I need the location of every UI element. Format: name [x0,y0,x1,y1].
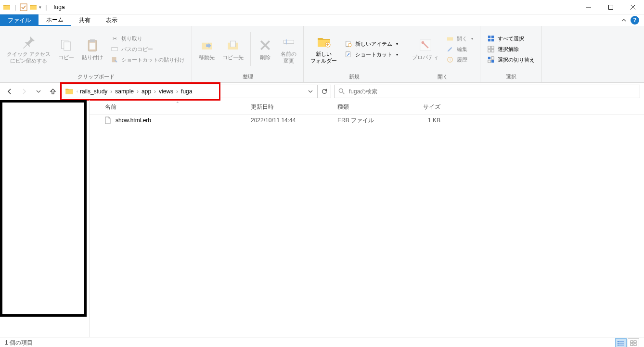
qat-dropdown-icon[interactable]: ▾ [39,5,41,10]
pin-to-quick-access-button[interactable]: クイック アクセス にピン留めする [4,32,53,66]
history-button[interactable]: 履歴 [443,55,476,64]
copy-button[interactable]: コピー [55,36,77,63]
status-bar: 1 個の項目 [0,337,644,347]
select-none-icon [487,45,495,53]
copy-icon [59,38,74,53]
new-shortcut-button[interactable]: ショートカット▾ [342,50,401,59]
chevron-down-icon: ▾ [396,52,398,57]
svg-point-38 [339,89,343,92]
new-item-button[interactable]: 新しいアイテム▾ [342,39,401,49]
chevron-right-icon[interactable]: › [154,88,156,95]
folder-icon [65,87,74,96]
tab-file[interactable]: ファイル [0,14,39,26]
ribbon-group-new: 新しい フォルダー 新しいアイテム▾ ショートカット▾ 新規 [304,26,405,82]
large-icons-view-button[interactable] [628,338,639,347]
svg-rect-27 [491,36,494,38]
navigation-pane[interactable] [0,100,90,337]
file-row[interactable]: show.html.erb 2022/10/11 14:44 ERB ファイル … [90,115,644,126]
svg-rect-26 [488,36,490,38]
paste-shortcut-icon [111,56,118,64]
file-name: show.html.erb [116,117,151,124]
back-button[interactable] [4,86,15,97]
search-box[interactable] [334,85,640,98]
tab-home[interactable]: ホーム [39,14,71,26]
minimize-button[interactable] [578,0,600,14]
open-button[interactable]: 開く▾ [443,34,476,43]
checkbox-icon[interactable] [20,3,27,11]
tab-view[interactable]: 表示 [98,14,125,26]
svg-rect-46 [631,341,633,343]
invert-selection-button[interactable]: 選択の切り替え [484,55,538,64]
folder-icon [3,3,11,11]
chevron-right-icon[interactable]: › [137,88,139,95]
item-count: 1 個の項目 [5,339,33,347]
paste-button[interactable]: 貼り付け [79,36,106,63]
breadcrumb: rails_study› sample› app› views› fuga [78,88,194,95]
breadcrumb-item[interactable]: rails_study [78,88,109,95]
address-bar[interactable]: ‹ rails_study› sample› app› views› fuga [62,85,331,98]
details-view-button[interactable] [615,338,627,347]
svg-rect-9 [90,43,95,50]
tab-share[interactable]: 共有 [71,14,98,26]
column-size[interactable]: サイズ [410,103,448,111]
refresh-button[interactable] [317,85,331,98]
properties-button[interactable]: プロパティ [409,36,441,63]
recent-locations-button[interactable] [33,86,44,97]
column-name[interactable]: 名前 [90,103,251,111]
svg-rect-10 [112,48,117,51]
chevron-right-icon[interactable]: › [176,88,178,95]
file-list: ⌃ 名前 更新日時 種類 サイズ show.html.erb 2022/10/1… [90,100,644,337]
delete-button[interactable]: 削除 [255,36,276,63]
svg-rect-28 [488,39,490,41]
new-folder-button[interactable]: 新しい フォルダー [308,32,340,66]
column-type[interactable]: 種類 [337,103,410,111]
help-icon[interactable]: ? [631,16,639,25]
folder-small-icon[interactable] [29,3,37,11]
maximize-button[interactable] [600,0,622,14]
select-none-button[interactable]: 選択解除 [484,44,538,54]
address-dropdown-button[interactable] [304,85,317,98]
copy-to-button[interactable]: コピー先 [219,36,246,63]
chevron-right-icon[interactable]: › [110,88,112,95]
paste-shortcut-button[interactable]: ショートカットの貼り付け [108,55,188,64]
ribbon: クイック アクセス にピン留めする コピー 貼り付け ✂切り取り パスのコピー … [0,26,644,83]
select-all-button[interactable]: すべて選択 [484,34,538,43]
svg-rect-48 [631,344,633,346]
file-size: 1 KB [410,117,448,124]
copy-path-button[interactable]: パスのコピー [108,44,188,54]
ribbon-group-select: すべて選択 選択解除 選択の切り替え 選択 [480,26,542,82]
chevron-down-icon: ▾ [396,42,398,46]
move-to-button[interactable]: 移動先 [196,36,218,63]
svg-rect-32 [488,50,490,52]
window-title: fuga [53,4,64,11]
title-bar: | ▾ | fuga [0,0,644,14]
search-input[interactable] [349,88,636,95]
rename-button[interactable]: 名前の 変更 [278,32,299,66]
paste-label: 貼り付け [82,54,103,61]
svg-rect-12 [231,41,236,47]
ribbon-group-open: プロパティ 開く▾ 編集 履歴 開く [405,26,480,82]
paste-icon [85,38,100,53]
move-to-icon [199,38,215,53]
select-all-icon [487,35,495,42]
cut-button[interactable]: ✂切り取り [108,34,188,43]
sort-indicator-icon: ⌃ [171,101,184,106]
ribbon-tabs: ファイル ホーム 共有 表示 ? [0,14,644,26]
redacted-area [0,100,87,317]
svg-rect-44 [618,343,618,344]
forward-button[interactable] [18,86,30,97]
close-button[interactable] [622,0,644,14]
copy-to-icon [225,38,241,53]
breadcrumb-item[interactable]: sample [113,88,136,95]
file-icon [104,116,112,124]
collapse-ribbon-icon[interactable] [621,17,627,23]
breadcrumb-item[interactable]: app [140,88,153,95]
up-button[interactable] [47,86,59,97]
breadcrumb-item[interactable]: fuga [179,88,194,95]
ribbon-group-organize: 移動先 コピー先 削除 名前の 変更 整理 [192,26,304,82]
breadcrumb-item[interactable]: views [157,88,175,95]
svg-rect-45 [618,345,618,346]
group-label-clipboard: クリップボード [0,72,192,82]
edit-button[interactable]: 編集 [443,44,476,54]
column-date[interactable]: 更新日時 [251,103,337,111]
